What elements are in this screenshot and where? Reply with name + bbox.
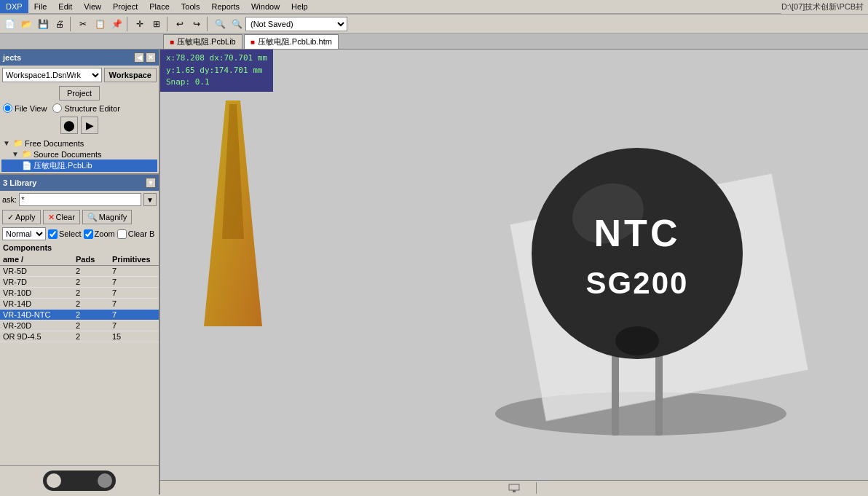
select-checkbox-label[interactable]: Select: [48, 229, 82, 239]
toolbar-zoom-in[interactable]: 🔍: [212, 16, 228, 32]
magnify-icon: 🔍: [87, 213, 98, 222]
menu-place[interactable]: Place: [143, 0, 175, 13]
library-title: 3 Library: [3, 178, 36, 187]
col-sort-icon[interactable]: /: [21, 255, 23, 264]
file-icon: 📄: [22, 161, 32, 170]
tree-expand-icon: ▼: [3, 139, 12, 147]
comp-row-vr7d[interactable]: VR-7D 2 7: [0, 277, 159, 288]
file-view-radio[interactable]: File View: [3, 103, 47, 113]
mask-input[interactable]: [19, 193, 141, 206]
apply-icon: ✓: [7, 213, 14, 222]
clearb-checkbox[interactable]: [117, 229, 127, 239]
projects-panel-close-btn[interactable]: ✕: [146, 52, 156, 63]
menu-window[interactable]: Window: [245, 0, 285, 13]
toolbar-paste[interactable]: 📌: [108, 16, 125, 32]
components-columns: ame / Pads Primitives: [0, 253, 159, 266]
title-bar-path: D:\[07]技术创新\PCB封: [781, 1, 868, 12]
col-name-label: ame: [3, 255, 19, 264]
folder-icon-2: 📁: [22, 149, 32, 159]
svg-rect-5: [655, 348, 663, 436]
toolbar-redo[interactable]: ↪: [189, 16, 205, 32]
structure-editor-radio[interactable]: Structure Editor: [52, 103, 119, 113]
status-item: [492, 482, 537, 494]
nav-icon-forward[interactable]: ▶: [81, 117, 98, 134]
tab-pcblib[interactable]: ■ 压敏电阻.PcbLib: [163, 34, 242, 49]
tab-htm-label: 压敏电阻.PcbLib.htm: [258, 36, 332, 47]
not-saved-dropdown[interactable]: (Not Saved): [245, 17, 347, 31]
zoom-checkbox-label[interactable]: Zoom: [84, 229, 115, 239]
comp-row-vr5d[interactable]: VR-5D 2 7: [0, 266, 159, 277]
nav-icon-back[interactable]: ⬤: [60, 117, 78, 134]
svg-text:NTC: NTC: [594, 212, 681, 254]
apply-button[interactable]: ✓ Apply: [2, 210, 41, 224]
menu-help[interactable]: Help: [285, 0, 314, 13]
projects-panel-header: jects ◀ ✕: [0, 50, 159, 66]
pcblib-file-label: 压敏电阻.PcbLib: [33, 160, 92, 171]
workspace-button[interactable]: Workspace: [104, 68, 157, 82]
toolbar-cut[interactable]: ✂: [75, 16, 91, 32]
comp-row-vr20d[interactable]: VR-20D 2 7: [0, 320, 159, 331]
toolbar-grid[interactable]: ⊞: [149, 16, 165, 32]
toolbar-save[interactable]: 💾: [35, 16, 51, 32]
tree-source-documents[interactable]: ▼ 📁 Source Documents: [1, 149, 157, 160]
toolbar-cross[interactable]: ✛: [132, 16, 148, 32]
tab-pcblib-htm[interactable]: ■ 压敏电阻.PcbLib.htm: [244, 34, 339, 49]
workspace-select[interactable]: Workspace1.DsnWrk: [2, 68, 102, 82]
toolbar-zoom-out[interactable]: 🔍: [229, 16, 245, 32]
col-primitives-header: Primitives: [112, 255, 156, 264]
tab-htm-icon: ■: [250, 38, 255, 46]
projects-title: jects: [3, 53, 21, 62]
structure-editor-label: Structure Editor: [64, 104, 119, 113]
zoom-checkbox[interactable]: [84, 229, 93, 239]
info-line2: y:1.65 dy:174.701 mm: [166, 65, 267, 77]
toolbar-print[interactable]: 🖨: [52, 16, 68, 32]
info-line1: x:78.208 dx:70.701 mm: [166, 52, 267, 65]
toolbar-new[interactable]: 📄: [1, 16, 17, 32]
menu-edit[interactable]: Edit: [52, 0, 78, 13]
component-3d-view: NTC SG200: [437, 79, 845, 457]
toolbar-open[interactable]: 📂: [18, 16, 34, 32]
tab-pcblib-icon: ■: [170, 38, 174, 46]
tree-expand-icon-2: ▼: [12, 150, 20, 158]
svg-rect-14: [513, 490, 516, 492]
project-button[interactable]: Project: [59, 86, 100, 101]
menu-project[interactable]: Project: [107, 0, 143, 13]
free-documents-label: Free Documents: [25, 139, 84, 148]
library-panel-header: 3 Library ▼: [0, 175, 159, 191]
magnify-label: Magnify: [99, 213, 127, 221]
menu-view[interactable]: View: [78, 0, 107, 13]
svg-text:SG200: SG200: [586, 266, 689, 300]
toolbar-copy[interactable]: 📋: [92, 16, 108, 32]
source-documents-label: Source Documents: [33, 150, 102, 159]
menu-reports[interactable]: Reports: [205, 0, 245, 13]
menu-file[interactable]: File: [28, 0, 53, 13]
tree-pcblib-file[interactable]: 📄 压敏电阻.PcbLib: [1, 160, 157, 172]
toggle-knob-left: [47, 473, 61, 488]
select-checkbox[interactable]: [48, 229, 58, 239]
clear-button[interactable]: ✕ Clear: [43, 210, 80, 224]
library-expand-btn[interactable]: ▼: [146, 178, 156, 188]
info-overlay: x:78.208 dx:70.701 mm y:1.65 dy:174.701 …: [160, 50, 273, 92]
tree-free-documents[interactable]: ▼ 📁 Free Documents: [1, 138, 157, 149]
canvas-area[interactable]: x:78.208 dx:70.701 mm y:1.65 dy:174.701 …: [160, 50, 868, 495]
comp-row-vr10d[interactable]: VR-10D 2 7: [0, 288, 159, 299]
menu-tools[interactable]: Tools: [175, 0, 206, 13]
projects-panel-arrow-btn[interactable]: ◀: [134, 52, 144, 63]
toggle-control[interactable]: [43, 471, 116, 491]
menu-dxp[interactable]: DXP: [0, 0, 28, 13]
comp-row-vr14d-ntc[interactable]: VR-14D-NTC 2 7: [0, 310, 159, 320]
toggle-knob-right: [98, 473, 112, 488]
magnify-button[interactable]: 🔍 Magnify: [82, 210, 133, 224]
comp-row-vr14d[interactable]: VR-14D 2 7: [0, 299, 159, 310]
components-list: VR-5D 2 7 VR-7D 2 7 VR-10D 2 7: [0, 266, 159, 465]
filter-select[interactable]: Normal: [2, 227, 46, 240]
comp-row-or9d[interactable]: OR 9D-4.5 2 15: [0, 331, 159, 342]
svg-rect-13: [509, 484, 519, 490]
tab-pcblib-label: 压敏电阻.PcbLib: [177, 36, 236, 47]
toolbar-undo[interactable]: ↩: [172, 16, 188, 32]
mask-label: ask:: [2, 195, 17, 204]
clearb-checkbox-label[interactable]: Clear B: [117, 229, 155, 239]
mask-dropdown-btn[interactable]: ▼: [143, 193, 157, 206]
folder-icon: 📁: [13, 138, 23, 148]
pcb-footprint-area: [160, 93, 306, 312]
